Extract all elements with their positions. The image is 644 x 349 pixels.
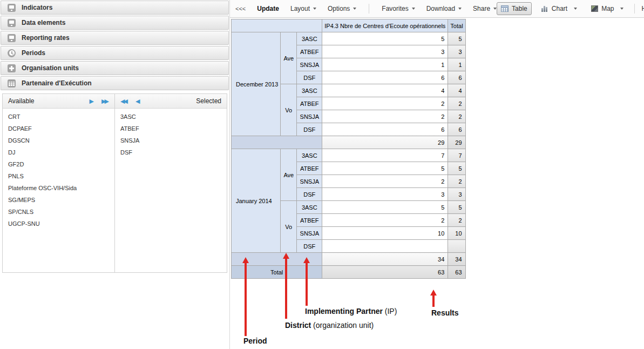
selected-label: Selected	[196, 97, 221, 105]
row-total-cell[interactable]: 5	[448, 32, 465, 45]
period-cell[interactable]: January 2014	[232, 149, 281, 253]
subtotal-total-cell[interactable]: 29	[448, 136, 465, 149]
row-total-cell[interactable]: 3	[448, 188, 465, 201]
partner-cell[interactable]: 3ASC	[297, 84, 322, 97]
sidebar-item-label: Reporting rates	[22, 34, 70, 42]
value-cell[interactable]: 6	[322, 71, 448, 84]
move-selected-right-icon[interactable]: ▶	[90, 98, 94, 104]
value-cell[interactable]: 4	[322, 84, 448, 97]
partner-cell[interactable]: DSF	[297, 71, 322, 84]
subtotal-total-cell[interactable]: 34	[448, 253, 465, 266]
indicator-column-header[interactable]: IP4.3 Nbre de Centres d'Ecoute opération…	[322, 19, 448, 32]
sidebar-item-data-elements[interactable]: Data elements	[1, 16, 229, 30]
partner-cell[interactable]: SNSJA	[297, 58, 322, 71]
list-item[interactable]: UGCP-SNU	[3, 218, 114, 230]
list-item[interactable]: DJ	[3, 146, 114, 158]
value-cell[interactable]: 2	[322, 110, 448, 123]
subtotal-value-cell[interactable]: 34	[322, 253, 448, 266]
row-total-cell[interactable]: 2	[448, 97, 465, 110]
partner-cell[interactable]: SNSJA	[297, 227, 322, 240]
partner-cell[interactable]: DSF	[297, 240, 322, 253]
list-item[interactable]: GF2D	[3, 158, 114, 170]
row-total-cell[interactable]: 6	[448, 123, 465, 136]
partner-cell[interactable]: SNSJA	[297, 175, 322, 188]
district-cell[interactable]: Vo	[281, 201, 297, 253]
list-item[interactable]: DCPAEF	[3, 123, 114, 135]
partner-cell[interactable]: ATBEF	[297, 97, 322, 110]
partner-cell[interactable]: ATBEF	[297, 45, 322, 58]
row-total-cell[interactable]: 7	[448, 149, 465, 162]
partner-cell[interactable]: ATBEF	[297, 162, 322, 175]
partner-cell[interactable]: SNSJA	[297, 110, 322, 123]
row-total-cell[interactable]: 5	[448, 201, 465, 214]
list-item[interactable]: DSF	[115, 146, 227, 158]
download-menu-button[interactable]: Download	[426, 5, 462, 12]
partner-cell[interactable]: 3ASC	[297, 149, 322, 162]
move-all-right-icon[interactable]: ▶▶	[101, 98, 109, 104]
sidebar-item-partenaire-execution[interactable]: Partenaire d'Exécution	[1, 76, 229, 90]
partner-cell[interactable]: ATBEF	[297, 214, 322, 227]
row-total-cell[interactable]: 2	[448, 110, 465, 123]
district-cell[interactable]: Ave	[281, 149, 297, 201]
chart-view-button[interactable]: Chart	[537, 2, 581, 15]
period-cell[interactable]: December 2013	[232, 32, 281, 136]
row-total-cell[interactable]: 1	[448, 58, 465, 71]
list-item[interactable]: PNLS	[3, 170, 114, 182]
map-view-button[interactable]: Map	[587, 2, 628, 15]
list-item[interactable]: DGSCN	[3, 135, 114, 146]
sidebar-item-indicators[interactable]: Indicators	[1, 1, 229, 15]
list-item[interactable]: Plateforme OSC-VIH/Sida	[3, 182, 114, 194]
table-view-button[interactable]: Table	[497, 2, 532, 15]
value-cell[interactable]: 7	[322, 149, 448, 162]
list-item[interactable]: CRT	[3, 111, 114, 123]
partner-cell[interactable]: DSF	[297, 188, 322, 201]
row-total-cell[interactable]	[448, 240, 465, 253]
home-button[interactable]: Home	[641, 5, 644, 12]
move-selected-left-icon[interactable]: ◀	[135, 98, 140, 104]
partner-cell[interactable]: 3ASC	[297, 201, 322, 214]
value-cell[interactable]: 3	[322, 188, 448, 201]
row-total-cell[interactable]: 3	[448, 45, 465, 58]
row-total-cell[interactable]: 4	[448, 84, 465, 97]
row-total-cell[interactable]: 6	[448, 71, 465, 84]
sidebar-item-organisation-units[interactable]: Organisation units	[1, 61, 229, 75]
grand-total-value-cell[interactable]: 63	[322, 266, 448, 279]
list-item[interactable]: SG/MEPS	[3, 194, 114, 206]
collapse-panel-button[interactable]: <<<	[235, 5, 246, 12]
total-column-header[interactable]: Total	[448, 19, 465, 32]
row-total-cell[interactable]: 10	[448, 227, 465, 240]
update-button[interactable]: Update	[257, 5, 279, 12]
share-menu-button[interactable]: Share	[473, 5, 497, 12]
list-item[interactable]: SP/CNLS	[3, 206, 114, 218]
sidebar-item-periods[interactable]: Periods	[1, 46, 229, 60]
value-cell[interactable]: 6	[322, 123, 448, 136]
table-header-row: IP4.3 Nbre de Centres d'Ecoute opération…	[232, 19, 466, 32]
subtotal-value-cell[interactable]: 29	[322, 136, 448, 149]
list-item[interactable]: SNSJA	[115, 135, 227, 146]
sidebar-item-reporting-rates[interactable]: Reporting rates	[1, 31, 229, 45]
move-all-left-icon[interactable]: ◀◀	[120, 98, 128, 104]
value-cell[interactable]: 5	[322, 32, 448, 45]
value-cell[interactable]: 5	[322, 162, 448, 175]
layout-menu-button[interactable]: Layout	[290, 5, 316, 12]
list-item[interactable]: ATBEF	[115, 123, 227, 135]
value-cell[interactable]: 5	[322, 201, 448, 214]
value-cell[interactable]: 3	[322, 45, 448, 58]
district-cell[interactable]: Ave	[281, 32, 297, 84]
favorites-menu-button[interactable]: Favorites	[382, 5, 415, 12]
value-cell[interactable]: 2	[322, 214, 448, 227]
grand-total-total-cell[interactable]: 63	[448, 266, 465, 279]
partner-cell[interactable]: 3ASC	[297, 32, 322, 45]
district-cell[interactable]: Vo	[281, 84, 297, 136]
value-cell[interactable]: 10	[322, 227, 448, 240]
value-cell[interactable]: 2	[322, 97, 448, 110]
options-menu-button[interactable]: Options	[328, 5, 356, 12]
list-item[interactable]: 3ASC	[115, 111, 227, 123]
value-cell[interactable]: 2	[322, 175, 448, 188]
value-cell[interactable]: 1	[322, 58, 448, 71]
partner-cell[interactable]: DSF	[297, 123, 322, 136]
row-total-cell[interactable]: 2	[448, 214, 465, 227]
row-total-cell[interactable]: 5	[448, 162, 465, 175]
value-cell[interactable]	[322, 240, 448, 253]
row-total-cell[interactable]: 2	[448, 175, 465, 188]
